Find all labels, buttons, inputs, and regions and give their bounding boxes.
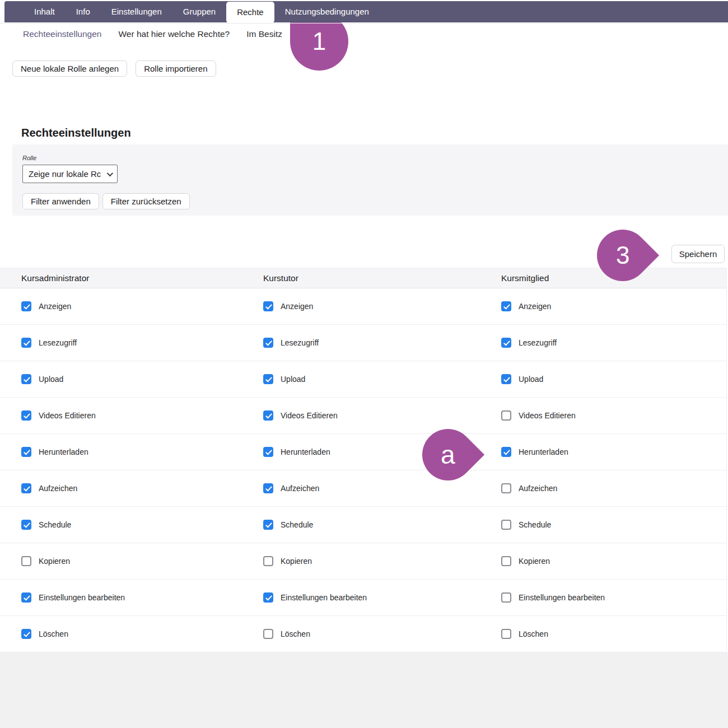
checkbox-lesezugriff-kurstutor[interactable] — [263, 338, 273, 348]
permission-row-aufzeichen: AufzeichenAufzeichenAufzeichen — [0, 470, 726, 507]
subnav-item-rechteeinstellungen[interactable]: Rechteeinstellungen — [23, 29, 101, 39]
permission-label: Einstellungen bearbeiten — [281, 593, 367, 602]
import-role-button[interactable]: Rolle importieren — [136, 60, 216, 77]
checkbox-aufzeichen-kursadministrator[interactable] — [21, 483, 31, 493]
permission-row-herunterladen: HerunterladenHerunterladenHerunterladen — [0, 434, 726, 470]
permission-label: Aufzeichen — [281, 484, 319, 493]
checkbox-löschen-kursmitglied[interactable] — [501, 629, 511, 639]
cell-lesezugriff-kurstutor: Lesezugriff — [242, 338, 484, 348]
permission-label: Upload — [39, 375, 63, 384]
cell-lesezugriff-kursadministrator: Lesezugriff — [0, 338, 242, 348]
checkbox-löschen-kurstutor[interactable] — [263, 629, 273, 639]
role-select[interactable]: Zeige nur lokale Rc — [22, 165, 118, 183]
checkbox-videos-editieren-kursmitglied[interactable] — [501, 410, 511, 421]
cell-herunterladen-kursadministrator: Herunterladen — [0, 447, 242, 457]
checkbox-videos-editieren-kurstutor[interactable] — [263, 410, 273, 421]
permission-label: Löschen — [39, 629, 68, 638]
checkbox-lesezugriff-kursmitglied[interactable] — [501, 338, 511, 348]
permission-label: Videos Editieren — [519, 411, 576, 420]
column-header-kurstutor: Kurstutor — [242, 273, 484, 283]
filter-reset-button[interactable]: Filter zurücksetzen — [102, 193, 190, 209]
cell-löschen-kursadministrator: Löschen — [0, 629, 242, 639]
checkbox-aufzeichen-kurstutor[interactable] — [263, 483, 273, 493]
checkbox-schedule-kursadministrator[interactable] — [21, 520, 31, 530]
tab-nutzungsbedingungen[interactable]: Nutzungsbedingungen — [274, 1, 380, 22]
cell-videos-editieren-kursmitglied: Videos Editieren — [484, 410, 726, 421]
cell-einstellungen-bearbeiten-kurstutor: Einstellungen bearbeiten — [242, 592, 484, 603]
checkbox-anzeigen-kursadministrator[interactable] — [21, 301, 31, 311]
permission-label: Lesezugriff — [519, 338, 557, 347]
checkbox-herunterladen-kursmitglied[interactable] — [501, 447, 511, 457]
permission-row-einstellungen-bearbeiten: Einstellungen bearbeitenEinstellungen be… — [0, 580, 726, 616]
tab-rechte[interactable]: Rechte — [226, 2, 274, 23]
page-title: Rechteeinstellungen — [21, 127, 131, 139]
checkbox-kopieren-kurstutor[interactable] — [263, 556, 273, 566]
checkbox-einstellungen-bearbeiten-kurstutor[interactable] — [263, 592, 273, 603]
cell-schedule-kurstutor: Schedule — [242, 520, 484, 530]
checkbox-kopieren-kursadministrator[interactable] — [21, 556, 31, 566]
checkbox-kopieren-kursmitglied[interactable] — [501, 556, 511, 566]
checkbox-herunterladen-kurstutor[interactable] — [263, 447, 273, 457]
checkbox-upload-kursmitglied[interactable] — [501, 374, 511, 384]
permission-row-lesezugriff: LesezugriffLesezugriffLesezugriff — [0, 325, 726, 361]
nav-divider — [0, 23, 728, 24]
cell-anzeigen-kursadministrator: Anzeigen — [0, 301, 242, 311]
checkbox-upload-kursadministrator[interactable] — [21, 374, 31, 384]
permission-row-anzeigen: AnzeigenAnzeigenAnzeigen — [0, 288, 726, 325]
cell-kopieren-kursmitglied: Kopieren — [484, 556, 726, 566]
top-nav: InhaltInfoEinstellungenGruppenRechteNutz… — [4, 1, 728, 22]
tab-gruppen[interactable]: Gruppen — [172, 1, 226, 22]
annotation-balloon-a-label: a — [441, 442, 455, 468]
permission-row-upload: UploadUploadUpload — [0, 361, 726, 398]
checkbox-einstellungen-bearbeiten-kursadministrator[interactable] — [21, 592, 31, 603]
filter-apply-button[interactable]: Filter anwenden — [22, 193, 99, 209]
checkbox-herunterladen-kursadministrator[interactable] — [21, 447, 31, 457]
subnav-item-im-besitz[interactable]: Im Besitz — [246, 29, 282, 39]
role-filter-label: Rolle — [22, 155, 36, 161]
cell-schedule-kursmitglied: Schedule — [484, 520, 726, 530]
cell-upload-kursadministrator: Upload — [0, 374, 242, 384]
permission-label: Kopieren — [281, 557, 312, 566]
permission-label: Löschen — [519, 629, 548, 638]
permission-label: Upload — [281, 375, 305, 384]
role-actions: Neue lokale Rolle anlegen Rolle importie… — [12, 60, 216, 77]
permission-label: Schedule — [281, 520, 313, 529]
save-button[interactable]: Speichern — [671, 245, 725, 263]
annotation-balloon-3-label: 3 — [616, 243, 629, 268]
cell-lesezugriff-kursmitglied: Lesezugriff — [484, 338, 726, 348]
checkbox-aufzeichen-kursmitglied[interactable] — [501, 483, 511, 493]
checkbox-upload-kurstutor[interactable] — [263, 374, 273, 384]
tab-einstellungen[interactable]: Einstellungen — [101, 1, 172, 22]
permission-label: Einstellungen bearbeiten — [39, 593, 125, 602]
checkbox-lesezugriff-kursadministrator[interactable] — [21, 338, 31, 348]
cell-videos-editieren-kurstutor: Videos Editieren — [242, 410, 484, 421]
cell-löschen-kurstutor: Löschen — [242, 629, 484, 639]
permissions-table: KursadministratorKurstutorKursmitgliedAn… — [0, 268, 727, 652]
cell-upload-kurstutor: Upload — [242, 374, 484, 384]
cell-aufzeichen-kurstutor: Aufzeichen — [242, 483, 484, 493]
sub-nav: RechteeinstellungenWer hat hier welche R… — [23, 29, 282, 39]
checkbox-schedule-kurstutor[interactable] — [263, 520, 273, 530]
new-local-role-button[interactable]: Neue lokale Rolle anlegen — [12, 60, 127, 77]
cell-einstellungen-bearbeiten-kursmitglied: Einstellungen bearbeiten — [484, 592, 726, 603]
tab-info[interactable]: Info — [66, 1, 101, 22]
permission-row-videos-editieren: Videos EditierenVideos EditierenVideos E… — [0, 398, 726, 434]
permission-row-schedule: ScheduleScheduleSchedule — [0, 507, 726, 543]
checkbox-anzeigen-kursmitglied[interactable] — [501, 301, 511, 311]
permission-label: Lesezugriff — [281, 338, 319, 347]
permission-label: Upload — [519, 375, 543, 384]
permission-label: Schedule — [519, 520, 551, 529]
subnav-item-wer-hat-hier-welche-rechte[interactable]: Wer hat hier welche Rechte? — [118, 29, 230, 39]
checkbox-schedule-kursmitglied[interactable] — [501, 520, 511, 530]
chevron-down-icon — [107, 170, 113, 176]
cell-videos-editieren-kursadministrator: Videos Editieren — [0, 410, 242, 421]
cell-anzeigen-kurstutor: Anzeigen — [242, 301, 484, 311]
checkbox-anzeigen-kurstutor[interactable] — [263, 301, 273, 311]
checkbox-löschen-kursadministrator[interactable] — [21, 629, 31, 639]
checkbox-einstellungen-bearbeiten-kursmitglied[interactable] — [501, 592, 511, 603]
permission-label: Herunterladen — [281, 447, 330, 456]
permission-label: Lesezugriff — [39, 338, 77, 347]
checkbox-videos-editieren-kursadministrator[interactable] — [21, 410, 31, 421]
cell-upload-kursmitglied: Upload — [484, 374, 726, 384]
tab-inhalt[interactable]: Inhalt — [24, 1, 66, 22]
